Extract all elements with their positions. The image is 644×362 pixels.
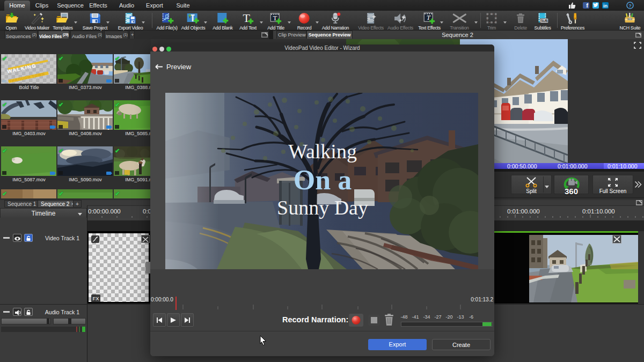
- svg-text:NCH: NCH: [628, 18, 632, 20]
- svg-text:Sunny Day: Sunny Day: [277, 196, 368, 219]
- svg-text:On a: On a: [294, 165, 352, 195]
- svg-text:T: T: [427, 13, 431, 21]
- svg-text:T: T: [243, 12, 250, 25]
- svg-text:Walking: Walking: [288, 140, 357, 162]
- svg-text:f: f: [586, 2, 588, 9]
- svg-text:in: in: [603, 3, 608, 9]
- svg-text:SUB: SUB: [540, 19, 547, 23]
- svg-text:?: ?: [628, 3, 632, 9]
